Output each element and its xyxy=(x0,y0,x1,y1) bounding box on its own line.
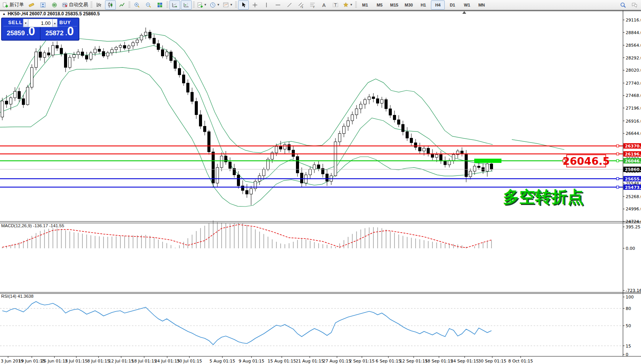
timeframe-m15[interactable]: M15 xyxy=(387,0,401,10)
timeframe-m5[interactable]: M5 xyxy=(373,0,386,10)
label-icon: T xyxy=(332,2,339,8)
chevron-down-icon[interactable]: ▼ xyxy=(230,3,233,7)
templates-button[interactable]: ▼ xyxy=(222,0,234,10)
bull-candle xyxy=(107,53,109,56)
autotrading-button-label: 自动交易 xyxy=(69,2,88,8)
channel-button[interactable]: E xyxy=(296,0,306,10)
rsi-tick-label: 80 xyxy=(626,306,631,311)
auto-scroll-button[interactable] xyxy=(169,0,180,10)
indicators-icon xyxy=(197,2,203,8)
bull-candle xyxy=(423,148,426,151)
chat-button[interactable] xyxy=(629,0,640,10)
bull-candle xyxy=(220,156,223,167)
timeframe-m1[interactable]: M1 xyxy=(358,0,372,10)
cursor-button[interactable] xyxy=(238,0,249,10)
zoom-out-button[interactable] xyxy=(143,0,154,10)
bull-candle xyxy=(10,98,12,104)
tile-windows-button[interactable] xyxy=(154,0,165,10)
bear-candle xyxy=(296,156,299,173)
tile-windows-icon xyxy=(157,2,163,8)
trendline-button[interactable] xyxy=(284,0,295,10)
fibonacci-button[interactable]: F xyxy=(307,0,318,10)
chevron-down-icon[interactable]: ▼ xyxy=(217,3,220,7)
chevron-down-icon[interactable]: ▼ xyxy=(204,3,207,7)
indicators-button[interactable]: ▼ xyxy=(196,0,208,10)
highlighted-trendline-segment[interactable] xyxy=(474,159,501,163)
autotrading-button[interactable]: 自动交易 xyxy=(61,0,89,10)
bear-candle xyxy=(123,46,126,48)
zoom-in-button[interactable] xyxy=(131,0,142,10)
bear-candle xyxy=(444,161,447,165)
text-button[interactable]: A xyxy=(319,0,329,10)
line-handle[interactable] xyxy=(616,186,619,188)
bear-candle xyxy=(440,155,442,161)
price-tick-label: 26916.0 xyxy=(626,119,641,124)
bull-candle xyxy=(355,109,358,115)
macd-indicator-label: MACD(12,26,9) -136.17 -141.55 xyxy=(1,223,64,228)
candlestick-button[interactable] xyxy=(105,0,116,10)
price-annotation-text[interactable]: 26046.5 xyxy=(563,155,610,167)
shapes-button[interactable]: ▼ xyxy=(342,0,354,10)
bollinger-lower-band xyxy=(0,67,493,207)
bull-candle xyxy=(1,101,4,117)
price-tick-label: 28020.0 xyxy=(626,68,641,73)
chart-shift-icon xyxy=(183,2,189,8)
bull-candle xyxy=(263,169,265,176)
price-tick-label: 25268.0 xyxy=(626,194,641,199)
new-order-icon xyxy=(2,2,8,8)
marker-icon xyxy=(28,2,35,8)
bull-candle xyxy=(69,57,71,67)
chevron-down-icon[interactable]: ▼ xyxy=(350,3,353,7)
bull-candle xyxy=(31,67,33,87)
line-chart-button[interactable] xyxy=(117,0,127,10)
marker-button[interactable] xyxy=(26,0,37,10)
timeframe-d1[interactable]: D1 xyxy=(445,0,459,10)
line-handle[interactable] xyxy=(616,153,619,155)
timeframe-h4[interactable]: H4 xyxy=(431,0,445,10)
fibonacci-icon: F xyxy=(309,2,316,8)
line-handle[interactable] xyxy=(616,145,619,147)
volume-input[interactable] xyxy=(28,19,52,27)
price-line-label-text: 25860.5 xyxy=(625,167,641,172)
cursor-icon xyxy=(240,2,247,8)
bear-candle xyxy=(161,49,164,56)
rsi-line xyxy=(2,302,491,345)
bull-candle xyxy=(473,166,476,171)
bear-candle xyxy=(237,175,240,186)
bear-candle xyxy=(170,52,173,61)
timeframe-w1[interactable]: W1 xyxy=(460,0,474,10)
timeframe-m5-label: M5 xyxy=(377,3,383,7)
crosshair-button[interactable] xyxy=(250,0,260,10)
volume-decrease-button[interactable]: ▼ xyxy=(23,19,28,27)
price-line-label-text: 26196.1 xyxy=(625,152,641,157)
cn-note-text[interactable]: 多空转折点 xyxy=(503,187,583,206)
bull-candle xyxy=(381,100,383,103)
new-order-button[interactable]: 新订单 xyxy=(1,0,25,10)
timeframe-h1[interactable]: H1 xyxy=(416,0,430,10)
broadcast-button[interactable] xyxy=(49,0,60,10)
search-button[interactable] xyxy=(618,0,628,10)
line-handle[interactable] xyxy=(616,177,619,180)
volume-increase-button[interactable]: ▲ xyxy=(52,19,58,27)
time-tick-label: 30 Sep 01:15 xyxy=(478,359,506,364)
collapse-arrow-icon[interactable]: ▲ xyxy=(2,12,6,16)
rsi-tick-label: 15 xyxy=(626,344,631,349)
periods-button[interactable]: ▼ xyxy=(209,0,221,10)
bull-candle xyxy=(250,189,253,194)
bar-chart-button[interactable] xyxy=(94,0,104,10)
profile-button[interactable] xyxy=(38,0,48,10)
label-button[interactable]: T xyxy=(330,0,341,10)
bull-candle xyxy=(94,49,97,53)
chart-shift-button[interactable] xyxy=(181,0,192,10)
vertical-line-button[interactable] xyxy=(261,0,272,10)
timeframe-m30[interactable]: M30 xyxy=(402,0,416,10)
bull-candle xyxy=(14,91,16,98)
line-handle[interactable] xyxy=(616,160,619,162)
timeframe-mn[interactable]: MN xyxy=(475,0,488,10)
horizontal-line-button[interactable] xyxy=(273,0,283,10)
price-line-label-text: 25655.8 xyxy=(625,177,641,182)
bull-candle xyxy=(436,155,438,157)
new-order-button-label: 新订单 xyxy=(10,2,24,8)
autotrade-icon xyxy=(62,2,68,8)
bear-candle xyxy=(376,99,379,103)
